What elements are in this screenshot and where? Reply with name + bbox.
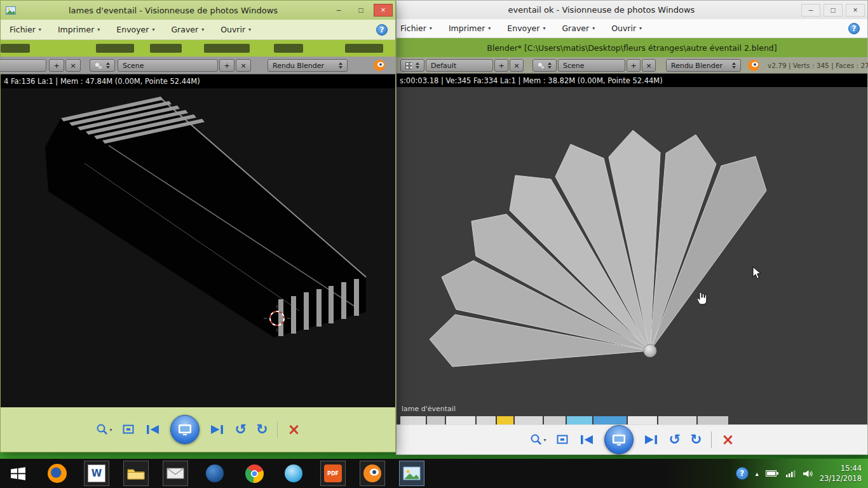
- tray-chevron-icon[interactable]: ▴: [756, 470, 759, 477]
- minimize-button[interactable]: –: [329, 4, 348, 17]
- chevron-down-icon: ▾: [97, 27, 100, 32]
- blender-window-title: Blender* [C:\Users\matis\Desktop\fleurs …: [487, 43, 776, 53]
- previous-icon: [144, 424, 161, 435]
- cropped-ui-fragment: [593, 416, 627, 424]
- word-icon: W: [88, 464, 105, 482]
- help-button[interactable]: ?: [848, 23, 860, 34]
- menu-item-envoyer[interactable]: Envoyer▾: [507, 24, 545, 33]
- viewport-lames: [1, 88, 395, 407]
- menu-item-fichier[interactable]: Fichier▾: [10, 25, 41, 34]
- delete-button[interactable]: ×: [721, 432, 734, 447]
- menu-item-ouvrir[interactable]: Ouvrir▾: [611, 24, 642, 33]
- delete-button[interactable]: ×: [287, 422, 300, 437]
- rotate-ccw-button[interactable]: ↺: [235, 423, 247, 437]
- layout-grid-icon: [405, 62, 412, 69]
- chevron-down-icon: ▾: [544, 437, 546, 443]
- toolbar-separator: [277, 421, 278, 438]
- rotate-cw-button[interactable]: ↻: [690, 433, 702, 447]
- cropped-ui-fragment: [698, 416, 728, 424]
- menu-item-graver[interactable]: Graver▾: [171, 25, 204, 34]
- taskbar-app-explorer[interactable]: [123, 461, 149, 486]
- toolbar-separator: [711, 431, 712, 448]
- photo-viewer-window-right: eventail ok - Visionneuse de photos Wind…: [396, 0, 868, 455]
- photo-viewer-app-icon: [6, 5, 17, 15]
- render-engine-select: Rendu Blender: [268, 59, 348, 72]
- tray-help-icon[interactable]: ?: [736, 467, 749, 480]
- cropped-ui-fragment: [515, 416, 543, 424]
- maximize-button[interactable]: □: [351, 4, 370, 17]
- taskbar-app-firefox[interactable]: [44, 461, 70, 486]
- cropped-ui-fragment: [477, 416, 496, 424]
- chevron-down-icon: ▾: [430, 25, 432, 31]
- titlebar[interactable]: eventail ok - Visionneuse de photos Wind…: [397, 1, 867, 19]
- taskbar-app-photo-viewer[interactable]: [399, 461, 424, 486]
- remove-scene-button: ×: [642, 59, 656, 72]
- cropped-ui-fragment: [567, 416, 592, 424]
- actual-size-button[interactable]: [556, 433, 569, 446]
- photo-icon: [6, 6, 16, 15]
- taskbar-clock[interactable]: 15:44 23/12/2018: [820, 463, 862, 484]
- scene-name-field: Scene: [118, 59, 218, 72]
- network-signal-icon[interactable]: [786, 470, 796, 477]
- volume-icon[interactable]: [803, 470, 813, 478]
- fan-blades-stack-render: [1, 88, 394, 407]
- taskbar-app-pdf[interactable]: PDF: [320, 461, 346, 486]
- add-button: +: [494, 59, 508, 72]
- taskbar-app-lightblue[interactable]: [281, 461, 306, 486]
- rotate-ccw-button[interactable]: ↺: [669, 433, 681, 447]
- cropped-ui-fragment: [150, 44, 182, 53]
- taskbar: W PDF ? ▴: [0, 459, 868, 488]
- menu-item-ouvrir[interactable]: Ouvrir▾: [220, 25, 251, 34]
- taskbar-app-word[interactable]: W: [84, 461, 109, 486]
- titlebar[interactable]: lames d'eventail - Visionneuse de photos…: [1, 1, 395, 20]
- zoom-button[interactable]: ▾: [96, 423, 112, 436]
- cropped-ui-fragment: [204, 44, 250, 53]
- cropped-ui-fragment: [544, 416, 566, 424]
- remove-button: ×: [65, 59, 81, 72]
- taskbar-app-blue[interactable]: [202, 461, 227, 486]
- chevron-down-icon: ▾: [110, 427, 112, 433]
- menubar: Fichier▾ Imprimer▾ Envoyer▾ Graver▾ Ouvr…: [397, 19, 867, 38]
- battery-icon[interactable]: [766, 470, 779, 477]
- mouse-cursor-arrow: [752, 266, 761, 282]
- previous-button[interactable]: [144, 424, 161, 435]
- scene-icon: [95, 62, 102, 69]
- maximize-button[interactable]: □: [824, 4, 843, 17]
- file-explorer-icon: [126, 466, 146, 481]
- menu-item-fichier[interactable]: Fichier▾: [400, 24, 432, 33]
- menu-item-imprimer[interactable]: Imprimer▾: [449, 24, 491, 33]
- close-button[interactable]: ×: [374, 4, 393, 17]
- minimize-button[interactable]: –: [801, 4, 820, 17]
- scene-name-field: Scene: [558, 59, 625, 72]
- zoom-button[interactable]: ▾: [530, 433, 546, 446]
- start-button[interactable]: [5, 461, 31, 486]
- magnifier-icon: [96, 423, 109, 436]
- slideshow-button[interactable]: [604, 425, 634, 454]
- taskbar-app-mail[interactable]: [163, 461, 188, 486]
- magnifier-icon: [530, 433, 543, 446]
- chevron-down-icon: ▾: [488, 25, 491, 31]
- cropped-ui-fragment: [96, 44, 134, 53]
- cropped-ui-fragment: [1, 44, 30, 53]
- next-button[interactable]: [209, 424, 226, 435]
- slideshow-icon: [178, 424, 192, 436]
- previous-button[interactable]: [578, 434, 595, 445]
- chevron-down-icon: ▾: [152, 27, 154, 32]
- taskbar-app-blender[interactable]: [360, 461, 385, 486]
- blender-window-titlebar: Blender* [C:\Users\matis\Desktop\fleurs …: [397, 38, 867, 57]
- next-button[interactable]: [643, 434, 660, 445]
- chevron-down-icon: ▾: [543, 25, 545, 31]
- rotate-cw-button[interactable]: ↻: [256, 423, 268, 437]
- clock-date: 23/12/2018: [820, 473, 862, 484]
- menu-item-graver[interactable]: Graver▾: [562, 24, 595, 33]
- slideshow-button[interactable]: [170, 415, 200, 444]
- actual-size-button[interactable]: [122, 423, 135, 436]
- menu-item-imprimer[interactable]: Imprimer▾: [58, 25, 100, 34]
- menu-item-envoyer[interactable]: Envoyer▾: [116, 25, 154, 34]
- blender-icon: [363, 464, 382, 483]
- blender-object-label: lame d'éventail: [402, 405, 456, 413]
- slideshow-icon: [612, 434, 626, 446]
- help-button[interactable]: ?: [376, 24, 388, 36]
- close-button[interactable]: ×: [846, 4, 865, 17]
- taskbar-app-chrome[interactable]: [241, 461, 267, 486]
